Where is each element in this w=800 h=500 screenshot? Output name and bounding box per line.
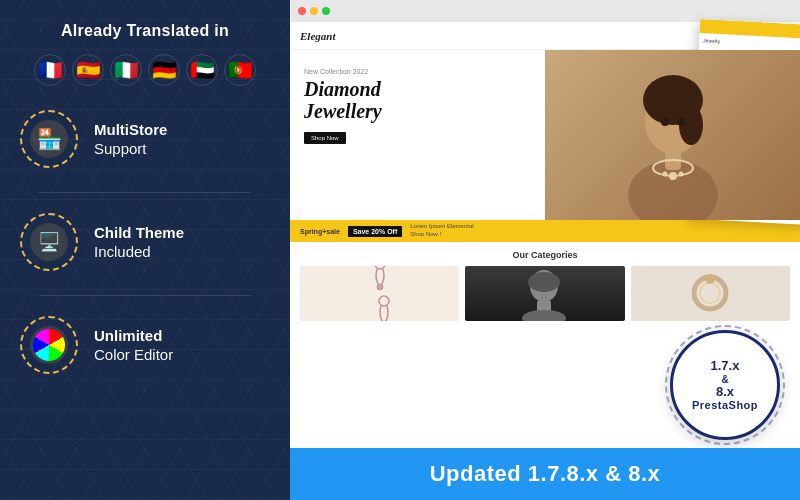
- svg-point-18: [522, 310, 566, 321]
- hero-image-area: [545, 50, 800, 220]
- svg-point-9: [661, 118, 669, 126]
- right-panel: JewelryDiscover the Beauty ofDiamond Jew…: [290, 0, 800, 500]
- updated-text: Updated 1.7.8.x & 8.x: [430, 461, 661, 487]
- uae-flag: 🇦🇪: [186, 54, 218, 86]
- svg-point-21: [705, 274, 715, 284]
- theme-logo: Elegant: [300, 30, 335, 42]
- save-badge: Save 20% Off: [348, 226, 402, 237]
- category-rings: [631, 266, 790, 321]
- multistore-sub: Support: [94, 139, 167, 159]
- banner-lorem: Lorem Ipsum ElementalShop Now !: [410, 223, 473, 239]
- spain-flag: 🇪🇸: [72, 54, 104, 86]
- color-wheel-icon: [33, 329, 65, 361]
- color-editor-sub: Color Editor: [94, 345, 173, 365]
- theme-preview: JewelryDiscover the Beauty ofDiamond Jew…: [290, 0, 800, 500]
- hero-shop-button[interactable]: Shop Now: [304, 132, 346, 144]
- monitor-icon: 🖥️: [38, 231, 60, 253]
- feature-multistore: 🏪 MultiStore Support: [20, 110, 270, 168]
- earring-svg: [370, 266, 390, 293]
- divider-2: [39, 295, 252, 296]
- svg-point-11: [375, 266, 385, 269]
- left-panel: Already Translated in 🇫🇷 🇪🇸 🇮🇹 🇩🇪 🇦🇪 🇵🇹 …: [0, 0, 290, 500]
- france-flag: 🇫🇷: [34, 54, 66, 86]
- categories-section: Our Categories: [290, 242, 800, 327]
- color-editor-text: Unlimited Color Editor: [94, 326, 173, 365]
- browser-dot-close: [298, 7, 306, 15]
- yellow-banner: Spring+sale Save 20% Off Lorem Ipsum Ele…: [290, 220, 800, 242]
- child-theme-icon-inner: 🖥️: [30, 223, 68, 261]
- child-theme-title: Child Theme: [94, 223, 184, 243]
- svg-point-8: [678, 172, 683, 177]
- hero-title: Diamond Jewellery: [304, 78, 535, 122]
- spring-sale-label: Spring+sale: [300, 228, 340, 235]
- italy-flag: 🇮🇹: [110, 54, 142, 86]
- updated-banner: Updated 1.7.8.x & 8.x: [290, 448, 800, 500]
- hero-title-line2: Jewellery: [304, 100, 382, 122]
- category-earrings: [300, 266, 459, 321]
- svg-point-10: [677, 118, 685, 126]
- child-theme-text: Child Theme Included: [94, 223, 184, 262]
- portugal-flag: 🇵🇹: [224, 54, 256, 86]
- flags-row: 🇫🇷 🇪🇸 🇮🇹 🇩🇪 🇦🇪 🇵🇹: [34, 54, 256, 86]
- feature-child-theme: 🖥️ Child Theme Included: [20, 213, 270, 271]
- model-dark-svg: [517, 266, 572, 321]
- category-jewelry: [465, 266, 624, 321]
- svg-point-7: [662, 172, 667, 177]
- svg-point-16: [528, 272, 560, 292]
- hero-model: [545, 50, 800, 220]
- color-editor-icon-inner: [30, 326, 68, 364]
- multistore-icon-wrap: 🏪: [20, 110, 78, 168]
- categories-heading: Our Categories: [300, 250, 790, 260]
- feature-color-editor: Unlimited Color Editor: [20, 316, 270, 374]
- store-icon: 🏪: [37, 127, 62, 151]
- svg-point-6: [669, 172, 677, 180]
- divider-1: [39, 192, 252, 193]
- hero-section: New Collection 2022 Diamond Jewellery Sh…: [290, 50, 800, 220]
- svg-point-12: [377, 284, 383, 290]
- rings-svg: [688, 271, 733, 316]
- multistore-icon-inner: 🏪: [30, 120, 68, 158]
- color-editor-title: Unlimited: [94, 326, 173, 346]
- browser-dot-maximize: [322, 7, 330, 15]
- browser-dot-minimize: [310, 7, 318, 15]
- multistore-title: MultiStore: [94, 120, 167, 140]
- hero-title-line1: Diamond: [304, 78, 381, 100]
- earring-svg-2: [374, 294, 394, 321]
- germany-flag: 🇩🇪: [148, 54, 180, 86]
- svg-point-13: [379, 296, 389, 306]
- model-dark: [465, 266, 624, 321]
- translated-title: Already Translated in: [61, 22, 229, 40]
- browser-bar: [290, 0, 800, 22]
- multistore-text: MultiStore Support: [94, 120, 167, 159]
- badge-ring: [665, 325, 785, 445]
- model-svg: [613, 50, 733, 220]
- prestashop-badge: 1.7.x & 8.x PrestaShop: [670, 330, 780, 440]
- svg-point-20: [700, 283, 720, 303]
- hero-text-area: New Collection 2022 Diamond Jewellery Sh…: [290, 50, 545, 220]
- child-theme-sub: Included: [94, 242, 184, 262]
- color-editor-icon-wrap: [20, 316, 78, 374]
- earrings-content: [366, 266, 394, 321]
- categories-grid: [300, 266, 790, 321]
- child-theme-icon-wrap: 🖥️: [20, 213, 78, 271]
- hero-sub-label: New Collection 2022: [304, 68, 535, 75]
